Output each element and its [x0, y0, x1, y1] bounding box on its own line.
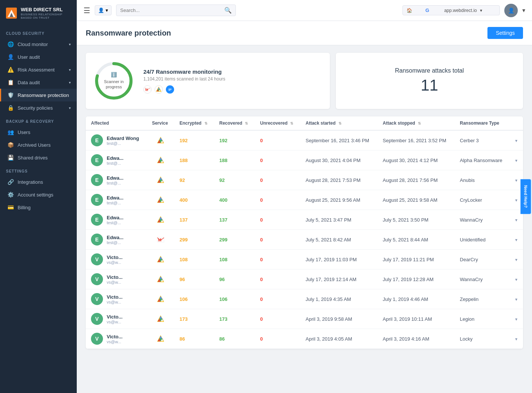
user-selector[interactable]: 👤 ▾: [95, 5, 112, 15]
cell-service: [147, 170, 174, 190]
sidebar-item-security-policies[interactable]: 🔒 Security policies ▾: [0, 101, 77, 114]
cell-encrypted: 192: [174, 130, 214, 150]
expand-button[interactable]: ▾: [515, 297, 517, 302]
integrations-icon: 🔗: [7, 179, 14, 185]
ransomware-table: Affected Service Encrypted ⇅ Recovered: [86, 116, 523, 349]
gear-icon: ⚙️: [7, 192, 14, 198]
user-email: vs@w...: [107, 320, 122, 324]
expand-button[interactable]: ▾: [515, 237, 517, 243]
cell-affected: E Edwa... test@...: [86, 210, 147, 230]
service-icon: [152, 156, 169, 164]
svg-rect-15: [168, 90, 170, 91]
table-row: E Edwa... test@... 92 92 0 August 28, 20…: [86, 170, 523, 190]
cell-recovered: 173: [214, 309, 255, 329]
expand-button[interactable]: ▾: [515, 257, 517, 262]
cell-affected: V Victo... vs@w...: [86, 329, 147, 349]
need-help-tab[interactable]: Need Help?: [521, 179, 531, 214]
cell-attack-started: August 25, 2021 9:56 AM: [300, 190, 377, 210]
topbar: ☰ 👤 ▾ 🔍 🏠 G app.webdirect.io ▾ 👤 ▾: [77, 0, 532, 21]
col-attack-started[interactable]: Attack started ⇅: [300, 116, 377, 130]
cell-encrypted: 96: [174, 269, 214, 289]
settings-button[interactable]: Settings: [487, 27, 523, 39]
scanner-subtitle: 1,104,201 items scanned in last 24 hours: [143, 76, 225, 82]
sidebar-item-user-audit[interactable]: 👤 User audit: [0, 51, 77, 63]
cell-affected: V Victo... vs@w...: [86, 250, 147, 269]
scanner-info: 24/7 Ransomware monitoring 1,104,201 ite…: [143, 68, 225, 94]
scanner-circle: ℹ️ Scanner inprogress: [93, 60, 134, 101]
sidebar-item-account-settings[interactable]: ⚙️ Account settings: [0, 188, 77, 201]
svg-text:M: M: [145, 88, 148, 92]
user-name: Victo...: [107, 294, 122, 300]
cell-ransomware-type: Alpha Ransomware: [455, 150, 510, 170]
drive-icon: [155, 85, 163, 94]
search-input[interactable]: [120, 7, 222, 13]
cell-unrecovered: 0: [255, 309, 301, 329]
sort-icon: ⇅: [290, 121, 293, 125]
svg-text:M: M: [158, 238, 161, 242]
user-name: Edwa...: [107, 235, 124, 240]
expand-button[interactable]: ▾: [515, 277, 517, 282]
service-icon: [152, 295, 169, 303]
clipboard-icon: 📋: [7, 79, 14, 85]
cell-ransomware-type: Anubis: [455, 170, 510, 190]
col-affected[interactable]: Affected: [86, 116, 147, 130]
expand-button[interactable]: ▾: [515, 336, 517, 342]
col-recovered[interactable]: Recovered ⇅: [214, 116, 255, 130]
cell-recovered: 106: [214, 289, 255, 309]
sidebar-item-billing[interactable]: 💳 Billing: [0, 201, 77, 214]
sidebar-item-risk-assessment[interactable]: ⚠️ Risk Assessment ▾: [0, 63, 77, 76]
shield-icon: 🛡️: [7, 92, 14, 98]
hamburger-menu[interactable]: ☰: [83, 6, 90, 15]
cell-attack-stopped: August 30, 2021 4:12 PM: [377, 150, 455, 170]
user-avatar: V: [91, 273, 103, 285]
col-unrecovered[interactable]: Unrecovered ⇅: [255, 116, 301, 130]
expand-button[interactable]: ▾: [515, 217, 517, 223]
cell-attack-started: September 16, 2021 3:46 PM: [300, 130, 377, 150]
sidebar-item-ransomware-protection[interactable]: 🛡️ Ransomware protection: [0, 89, 77, 101]
cell-expand: ▾: [510, 269, 523, 289]
cell-attack-started: July 1, 2019 4:35 AM: [300, 289, 377, 309]
chevron-icon: ▾: [69, 106, 71, 110]
cell-attack-stopped: September 16, 2021 3:52 PM: [377, 130, 455, 150]
sidebar-item-cloud-monitor[interactable]: 🌐 Cloud monitor ▾: [0, 38, 77, 51]
cell-unrecovered: 0: [255, 329, 301, 349]
sidebar-item-data-audit[interactable]: 📋 Data audit ▾: [0, 76, 77, 89]
brand-name: WEB DIRECT SRL: [21, 7, 71, 13]
expand-button[interactable]: ▾: [515, 317, 517, 322]
col-attack-stopped[interactable]: Attack stopped ⇅: [377, 116, 455, 130]
table-row: E Edwa... test@... 137 137 0 July 5, 202…: [86, 210, 523, 230]
expand-button[interactable]: ▾: [515, 138, 517, 143]
expand-button[interactable]: ▾: [515, 158, 517, 163]
user-email: vs@w...: [107, 260, 122, 265]
cell-service: [147, 130, 174, 150]
sidebar-item-integrations[interactable]: 🔗 Integrations: [0, 176, 77, 188]
user-email: test@...: [107, 141, 139, 146]
table-body: E Edward Wong test@... 192 192 0 Septemb…: [86, 130, 523, 349]
user-info: Victo... vs@w...: [107, 255, 122, 265]
expand-button[interactable]: ▾: [515, 198, 517, 203]
sidebar-item-users[interactable]: 👥 Users: [0, 126, 77, 138]
chevron-icon: ▾: [69, 80, 71, 85]
col-ransomware-type[interactable]: Ransomware Type: [455, 116, 510, 130]
cell-ransomware-type: Cerber 3: [455, 130, 510, 150]
cell-expand: ▾: [510, 309, 523, 329]
user-avatar: E: [91, 134, 103, 146]
avatar[interactable]: 👤: [504, 4, 518, 17]
sidebar-item-archived-users[interactable]: 📦 Archived Users: [0, 138, 77, 151]
cell-attack-stopped: August 25, 2021 9:58 AM: [377, 190, 455, 210]
expand-button[interactable]: ▾: [515, 178, 517, 183]
sort-icon: ⇅: [245, 121, 248, 125]
sidebar-item-shared-drives[interactable]: 💾 Shared drives: [0, 151, 77, 164]
logo: WEB DIRECT SRL Business Relationship Bas…: [0, 0, 77, 26]
col-service[interactable]: Service: [147, 116, 174, 130]
cell-unrecovered: 0: [255, 150, 301, 170]
home-icon: 🏠: [407, 8, 422, 13]
user-name: Victo...: [107, 255, 122, 260]
cell-unrecovered: 0: [255, 230, 301, 250]
col-encrypted[interactable]: Encrypted ⇅: [174, 116, 214, 130]
cell-attack-started: July 5, 2021 3:47 PM: [300, 210, 377, 230]
cell-ransomware-type: Locky: [455, 329, 510, 349]
service-icon: [152, 196, 169, 204]
cell-unrecovered: 0: [255, 250, 301, 269]
cell-encrypted: 108: [174, 250, 214, 269]
